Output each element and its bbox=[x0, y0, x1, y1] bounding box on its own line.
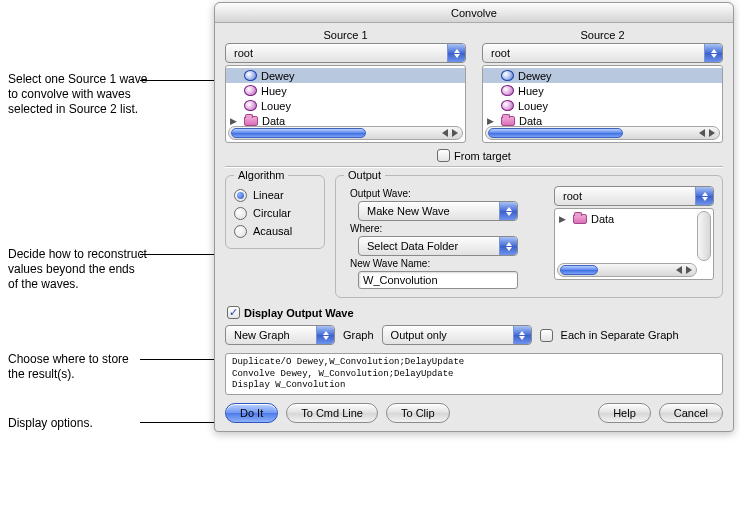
to-cmd-line-button[interactable]: To Cmd Line bbox=[286, 403, 378, 423]
select-value: Make New Wave bbox=[367, 205, 450, 217]
new-wave-name-label: New Wave Name: bbox=[350, 258, 544, 269]
scroll-left-icon[interactable] bbox=[676, 266, 682, 274]
horizontal-scrollbar[interactable] bbox=[485, 126, 720, 140]
annotation-source: Select one Source 1 wave to convolve wit… bbox=[8, 72, 148, 117]
wave-icon bbox=[501, 70, 514, 81]
wave-icon bbox=[244, 70, 257, 81]
to-clip-button[interactable]: To Clip bbox=[386, 403, 450, 423]
list-item[interactable]: Louey bbox=[483, 98, 722, 113]
list-item-label: Dewey bbox=[261, 70, 295, 82]
annotation-line bbox=[140, 422, 218, 423]
display-content-select[interactable]: Output only bbox=[382, 325, 532, 345]
scroll-right-icon[interactable] bbox=[452, 129, 458, 137]
list-item-label: Dewey bbox=[518, 70, 552, 82]
output-wave-label: Output Wave: bbox=[350, 188, 544, 199]
vertical-scrollbar[interactable] bbox=[697, 211, 711, 261]
source1-folder-select[interactable]: root bbox=[225, 43, 466, 63]
annotation-algorithm: Decide how to reconstruct values beyond … bbox=[8, 247, 148, 292]
dropdown-icon bbox=[316, 326, 334, 344]
horizontal-scrollbar[interactable] bbox=[557, 263, 697, 277]
scroll-right-icon[interactable] bbox=[709, 129, 715, 137]
each-separate-checkbox[interactable] bbox=[540, 329, 553, 342]
list-item[interactable]: Dewey bbox=[226, 68, 465, 83]
annotation-output: Choose where to store the result(s). bbox=[8, 352, 148, 382]
source2-title: Source 2 bbox=[482, 29, 723, 41]
list-item-label: Huey bbox=[261, 85, 287, 97]
source1-panel: Source 1 root Dewey Huey Louey ▶Data bbox=[225, 29, 466, 143]
annotation-line bbox=[140, 254, 218, 255]
list-item[interactable]: Huey bbox=[226, 83, 465, 98]
source1-folder-value: root bbox=[234, 47, 253, 59]
source1-title: Source 1 bbox=[225, 29, 466, 41]
input-value: W_Convolution bbox=[363, 274, 438, 286]
disclosure-icon[interactable]: ▶ bbox=[230, 116, 237, 126]
dropdown-icon bbox=[499, 202, 517, 220]
algorithm-radio-circular[interactable]: Circular bbox=[234, 204, 316, 222]
new-wave-name-input[interactable]: W_Convolution bbox=[358, 271, 518, 289]
wave-icon bbox=[501, 85, 514, 96]
annotation-line bbox=[140, 359, 218, 360]
scrollbar-thumb[interactable] bbox=[560, 265, 598, 275]
scrollbar-thumb[interactable] bbox=[231, 128, 366, 138]
dialog-title: Convolve bbox=[215, 3, 733, 23]
display-target-suffix: Graph bbox=[343, 329, 374, 341]
from-target-checkbox[interactable] bbox=[437, 149, 450, 162]
dest-folder-select[interactable]: root bbox=[554, 186, 714, 206]
divider bbox=[225, 166, 723, 167]
source2-panel: Source 2 root Dewey Huey Louey ▶Data bbox=[482, 29, 723, 143]
source2-listbox[interactable]: Dewey Huey Louey ▶Data bbox=[482, 65, 723, 143]
horizontal-scrollbar[interactable] bbox=[228, 126, 463, 140]
list-item[interactable]: Huey bbox=[483, 83, 722, 98]
disclosure-icon[interactable]: ▶ bbox=[487, 116, 494, 126]
annotation-display: Display options. bbox=[8, 416, 148, 431]
from-target-label: From target bbox=[454, 150, 511, 162]
algorithm-radio-linear[interactable]: Linear bbox=[234, 186, 316, 204]
where-label: Where: bbox=[350, 223, 544, 234]
source2-folder-select[interactable]: root bbox=[482, 43, 723, 63]
dropdown-icon bbox=[695, 187, 713, 205]
list-item-label: Data bbox=[519, 115, 542, 127]
display-output-checkbox[interactable]: ✓ bbox=[227, 306, 240, 319]
radio-label: Linear bbox=[253, 189, 284, 201]
list-item-label: Louey bbox=[261, 100, 291, 112]
folder-icon bbox=[244, 116, 258, 126]
wave-icon bbox=[501, 100, 514, 111]
scroll-left-icon[interactable] bbox=[699, 129, 705, 137]
folder-icon bbox=[501, 116, 515, 126]
command-preview: Duplicate/O Dewey,W_Convolution;DelayUpd… bbox=[225, 353, 723, 395]
dropdown-icon bbox=[704, 44, 722, 62]
dest-folder-tree[interactable]: ▶Data bbox=[554, 208, 714, 280]
convolve-dialog: Convolve Source 1 root Dewey Huey Louey … bbox=[214, 2, 734, 432]
doit-button[interactable]: Do It bbox=[225, 403, 278, 423]
output-wave-select[interactable]: Make New Wave bbox=[358, 201, 518, 221]
display-target-select[interactable]: New Graph bbox=[225, 325, 335, 345]
radio-label: Circular bbox=[253, 207, 291, 219]
where-select[interactable]: Select Data Folder bbox=[358, 236, 518, 256]
scroll-left-icon[interactable] bbox=[442, 129, 448, 137]
select-value: New Graph bbox=[234, 329, 290, 341]
radio-icon bbox=[234, 207, 247, 220]
list-item-label: Huey bbox=[518, 85, 544, 97]
scroll-right-icon[interactable] bbox=[686, 266, 692, 274]
each-separate-label: Each in Separate Graph bbox=[561, 329, 679, 341]
select-value: Output only bbox=[391, 329, 447, 341]
dropdown-icon bbox=[499, 237, 517, 255]
select-value: Select Data Folder bbox=[367, 240, 458, 252]
algorithm-radio-acausal[interactable]: Acausal bbox=[234, 222, 316, 240]
help-button[interactable]: Help bbox=[598, 403, 651, 423]
scrollbar-thumb[interactable] bbox=[488, 128, 623, 138]
tree-item[interactable]: ▶Data bbox=[555, 211, 713, 226]
list-item-label: Louey bbox=[518, 100, 548, 112]
radio-icon bbox=[234, 189, 247, 202]
cancel-button[interactable]: Cancel bbox=[659, 403, 723, 423]
output-group: Output Output Wave: Make New Wave Where:… bbox=[335, 175, 723, 298]
folder-icon bbox=[573, 214, 587, 224]
disclosure-icon[interactable]: ▶ bbox=[559, 214, 566, 224]
tree-item-label: Data bbox=[591, 213, 614, 225]
list-item[interactable]: Louey bbox=[226, 98, 465, 113]
list-item[interactable]: Dewey bbox=[483, 68, 722, 83]
list-item-label: Data bbox=[262, 115, 285, 127]
dropdown-icon bbox=[447, 44, 465, 62]
source2-folder-value: root bbox=[491, 47, 510, 59]
source1-listbox[interactable]: Dewey Huey Louey ▶Data bbox=[225, 65, 466, 143]
